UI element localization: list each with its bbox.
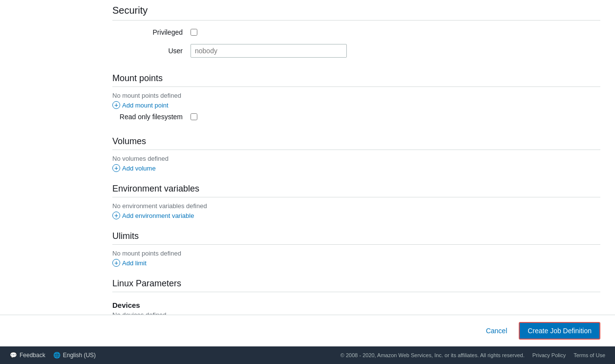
user-label: User — [112, 47, 191, 55]
env-vars-empty: No environment variables defined — [112, 202, 600, 210]
language-item[interactable]: 🌐 English (US) — [53, 352, 96, 359]
add-limit-link[interactable]: + Add limit — [112, 259, 147, 267]
readonly-row: Read only filesystem — [0, 113, 615, 121]
bottom-bar-right: © 2008 - 2020, Amazon Web Services, Inc.… — [340, 352, 605, 358]
privileged-row: Privileged — [0, 28, 615, 36]
mount-points-title: Mount points — [112, 65, 600, 86]
volumes-empty: No volumes defined — [112, 155, 600, 162]
add-env-var-link[interactable]: + Add environment variable — [112, 212, 194, 219]
linux-params-section: Linux Parameters Devices No devices defi… — [0, 271, 615, 315]
globe-icon: 🌐 — [53, 352, 61, 359]
privileged-checkbox[interactable] — [191, 29, 197, 36]
volumes-divider — [112, 150, 600, 150]
mount-points-divider — [112, 86, 600, 87]
feedback-label: Feedback — [20, 352, 45, 359]
add-limit-label: Add limit — [122, 259, 147, 267]
security-section-title: Security — [112, 5, 600, 20]
mount-points-section: Mount points No mount points defined + A… — [0, 65, 615, 109]
feedback-item[interactable]: 💬 Feedback — [10, 352, 45, 359]
cancel-button[interactable]: Cancel — [480, 324, 513, 338]
readonly-checkbox[interactable] — [191, 113, 197, 120]
ulimits-title: Ulimits — [112, 223, 600, 244]
privileged-label: Privileged — [112, 28, 191, 36]
copyright-text: © 2008 - 2020, Amazon Web Services, Inc.… — [340, 352, 525, 358]
readonly-label: Read only filesystem — [112, 113, 191, 121]
bottom-bar: 💬 Feedback 🌐 English (US) © 2008 - 2020,… — [0, 346, 615, 364]
env-vars-title: Environment variables — [112, 176, 600, 197]
ulimits-section: Ulimits No mount points defined + Add li… — [0, 223, 615, 267]
ulimits-empty: No mount points defined — [112, 250, 600, 257]
mount-points-empty: No mount points defined — [112, 92, 600, 99]
add-env-var-icon: + — [112, 212, 120, 219]
add-env-var-label: Add environment variable — [122, 212, 194, 219]
feedback-icon: 💬 — [10, 352, 17, 359]
create-job-definition-button[interactable]: Create Job Definition — [519, 322, 600, 340]
linux-params-title: Linux Parameters — [112, 271, 600, 292]
add-limit-icon: + — [112, 259, 120, 267]
add-mount-point-link[interactable]: + Add mount point — [112, 101, 169, 109]
user-row: User — [0, 44, 615, 58]
add-mount-point-label: Add mount point — [122, 102, 169, 109]
language-label: English (US) — [63, 352, 96, 359]
terms-of-use-link[interactable]: Terms of Use — [573, 352, 605, 358]
ulimits-divider — [112, 244, 600, 245]
add-volume-label: Add volume — [122, 165, 156, 172]
security-divider — [112, 20, 600, 21]
action-bar: Cancel Create Job Definition — [0, 315, 615, 346]
add-volume-link[interactable]: + Add volume — [112, 164, 156, 172]
env-vars-divider — [112, 197, 600, 197]
devices-title: Devices — [112, 297, 600, 311]
volumes-section: Volumes No volumes defined + Add volume — [0, 128, 615, 172]
linux-params-divider — [112, 292, 600, 292]
add-volume-icon: + — [112, 164, 120, 172]
env-vars-section: Environment variables No environment var… — [0, 176, 615, 219]
volumes-title: Volumes — [112, 128, 600, 150]
user-input[interactable] — [191, 44, 347, 58]
devices-empty: No devices defined — [112, 311, 600, 315]
privacy-policy-link[interactable]: Privacy Policy — [532, 352, 566, 358]
add-mount-point-icon: + — [112, 101, 120, 109]
bottom-bar-left: 💬 Feedback 🌐 English (US) — [10, 352, 96, 359]
